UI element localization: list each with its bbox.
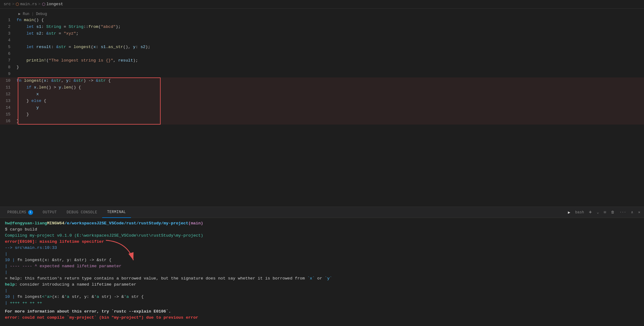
code-line-12: 12 x <box>0 91 644 98</box>
breadcrumb-file-icon: ⬡ <box>16 2 19 7</box>
terminal-shell-icon: ▶ <box>567 209 571 215</box>
highlighted-section: 10 fn longest(x: &str, y: &str) -> &str … <box>0 77 644 125</box>
code-line-4: 4 <box>0 37 644 44</box>
code-line-11: 11 if x.len() > y.len() { <box>0 84 644 91</box>
breadcrumb-file[interactable]: main.rs <box>20 2 37 6</box>
bash-label[interactable]: bash <box>574 210 585 215</box>
prompt-user: hw@fengyuan-liang <box>5 220 47 227</box>
breadcrumb: src > ⬡ main.rs > ⬡ longest <box>0 0 644 9</box>
problems-badge: 1 <box>28 210 33 215</box>
code-line-9: 9 <box>0 71 644 77</box>
terminal-final-error: error: could not compile `my-project` (b… <box>5 315 639 321</box>
code-line-13: 13 } else { <box>0 98 644 104</box>
breadcrumb-symbol[interactable]: longest <box>47 2 63 6</box>
terminal-dropdown-icon[interactable]: ⌄ <box>595 209 600 215</box>
panel-actions: ▶ bash + ⌄ ⊟ 🗑 ··· ∧ ✕ <box>567 209 642 216</box>
code-line-15: 15 } <box>0 111 644 118</box>
breadcrumb-sep1: > <box>12 2 14 6</box>
more-actions-button[interactable]: ··· <box>618 210 627 215</box>
terminal-underline: | ---- ---- ^ expected named lifetime pa… <box>5 263 639 269</box>
prompt-path: /e/workspacesJ2SE_VSCode/rust/rustStudy/… <box>64 220 188 227</box>
tab-problems[interactable]: PROBLEMS 1 <box>2 207 38 218</box>
code-line-8: 8 } <box>0 64 644 71</box>
terminal-help1: = help: this function's return type cont… <box>5 275 639 282</box>
prompt-env: MINGW64 <box>47 220 65 227</box>
terminal-panel: PROBLEMS 1 OUTPUT DEBUG CONSOLE TERMINAL… <box>0 207 644 326</box>
run-icon: ▶ <box>18 12 20 16</box>
terminal-fix-marks: | ++++ ++ ++ ++ <box>5 300 639 306</box>
code-line-10: 10 fn longest(x: &str, y: &str) -> &str … <box>0 77 644 84</box>
breadcrumb-symbol-icon: ⬡ <box>42 2 45 7</box>
maximize-panel-button[interactable]: ∧ <box>630 209 635 215</box>
terminal-cmd: $ cargo build <box>5 227 639 233</box>
terminal-error-code: error[E0106]: missing lifetime specifier <box>5 239 639 245</box>
add-terminal-button[interactable]: + <box>588 209 593 216</box>
close-panel-button[interactable]: ✕ <box>637 209 642 215</box>
tab-terminal[interactable]: TERMINAL <box>102 207 131 218</box>
breadcrumb-src[interactable]: src <box>4 2 11 6</box>
tab-output[interactable]: OUTPUT <box>38 207 62 218</box>
editor-area: ▶ Run | Debug 1 fn main() { 2 let s1: St… <box>0 9 644 207</box>
tab-debug-console-label: DEBUG CONSOLE <box>67 210 97 215</box>
red-arrow <box>103 239 140 263</box>
terminal-pipe3: | <box>5 288 639 294</box>
debug-button[interactable]: Debug <box>36 12 47 16</box>
code-line-6: 6 <box>0 51 644 57</box>
breadcrumb-sep2: > <box>38 2 41 6</box>
split-terminal-button[interactable]: ⊟ <box>603 209 607 215</box>
prompt-branch: (main) <box>188 220 203 227</box>
code-line-16: 16 } <box>0 118 644 125</box>
terminal-prompt-line: hw@fengyuan-liang MINGW64 /e/workspacesJ… <box>5 220 639 227</box>
delete-terminal-button[interactable]: 🗑 <box>610 209 616 215</box>
code-line-3: 3 let s2: &str = "xyz"; <box>0 30 644 37</box>
terminal-pipe1: | <box>5 251 639 257</box>
terminal-pipe2: | <box>5 269 639 275</box>
code-line-2: 2 let s1: String = String::from("abcd"); <box>0 24 644 30</box>
run-debug-bar: ▶ Run | Debug <box>0 11 644 17</box>
code-line-5: 5 let result: &str = longest(x: s1.as_st… <box>0 44 644 51</box>
code-container[interactable]: ▶ Run | Debug 1 fn main() { 2 let s1: St… <box>0 9 644 207</box>
tab-problems-label: PROBLEMS <box>7 210 26 215</box>
run-button[interactable]: Run <box>23 12 29 16</box>
terminal-more-info: For more information about this error, t… <box>5 309 639 315</box>
code-lines: 1 fn main() { 2 let s1: String = String:… <box>0 17 644 125</box>
terminal-blank <box>5 306 639 309</box>
tab-debug-console[interactable]: DEBUG CONSOLE <box>62 207 102 218</box>
tab-terminal-label: TERMINAL <box>107 210 126 214</box>
code-line-7: 7 println!("The longest string is {}", r… <box>0 57 644 64</box>
code-line-1: 1 fn main() { <box>0 17 644 24</box>
terminal-line10: 10 | fn longest(x: &str, y: &str) -> &st… <box>5 257 639 263</box>
tab-output-label: OUTPUT <box>43 210 57 215</box>
panel-tabs: PROBLEMS 1 OUTPUT DEBUG CONSOLE TERMINAL… <box>0 207 644 218</box>
terminal-content[interactable]: hw@fengyuan-liang MINGW64 /e/workspacesJ… <box>0 218 644 326</box>
run-debug-sep: | <box>32 12 34 16</box>
code-line-14: 14 y <box>0 104 644 111</box>
terminal-help2: help: consider introducing a named lifet… <box>5 282 639 288</box>
terminal-fix-line: 10 | fn longest<'a>(x: &'a str, y: &'a s… <box>5 294 639 300</box>
terminal-error-loc: --> src\main.rs:10:33 <box>5 245 639 251</box>
terminal-compiling: Compiling my-project v0.1.0 (E:\workspac… <box>5 233 639 239</box>
